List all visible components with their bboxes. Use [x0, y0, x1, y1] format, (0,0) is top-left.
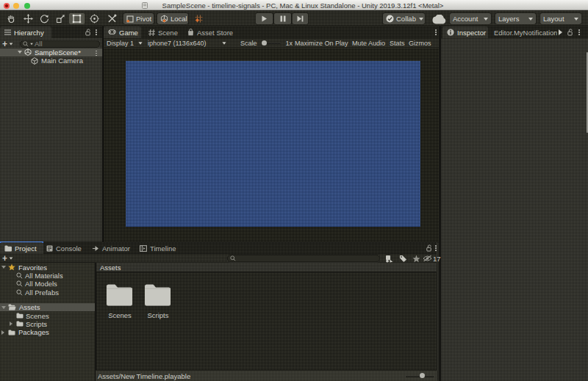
tree-row-all-prefabs[interactable]: All Prefabs — [0, 289, 95, 297]
tab-project-label: Project — [15, 244, 37, 253]
expander-down-icon[interactable] — [18, 51, 22, 54]
scale-slider-track[interactable] — [267, 43, 281, 44]
tab-inspector[interactable]: Inspector — [442, 26, 488, 38]
folder-icon — [16, 313, 24, 319]
cloud-icon[interactable] — [431, 15, 448, 24]
favorites-filter-icon[interactable] — [412, 255, 420, 263]
project-icon — [4, 245, 12, 252]
resolution-caret-icon — [223, 42, 226, 44]
animator-icon — [92, 245, 99, 252]
expander-right-icon[interactable] — [10, 322, 12, 326]
game-viewport[interactable] — [104, 48, 439, 242]
tree-row-all-models[interactable]: All Models — [0, 280, 95, 288]
local-toggle-button[interactable]: Local — [157, 13, 188, 24]
move-tool-button[interactable] — [21, 13, 36, 24]
tab-console[interactable]: Console — [42, 242, 82, 254]
tab-editor-notification[interactable]: Editor.MyNotification — [492, 26, 559, 38]
project-menu-icon[interactable] — [433, 243, 439, 253]
hierarchy-lock-icon[interactable] — [85, 29, 91, 36]
display-dropdown[interactable]: Display 1 — [107, 38, 143, 48]
assets-grid[interactable]: Scenes Scripts — [96, 272, 437, 370]
tab-scene[interactable]: Scene — [144, 26, 178, 38]
grid-snap-button[interactable] — [191, 13, 207, 24]
project-search-input[interactable] — [227, 255, 380, 262]
rect-tool-icon — [72, 14, 82, 23]
custom-tool-icon — [107, 14, 117, 23]
tree-row-packages[interactable]: Packages — [0, 328, 95, 336]
tree-row-scenes[interactable]: Scenes — [0, 311, 95, 319]
tab-console-label: Console — [56, 244, 82, 253]
tab-game[interactable]: Game — [104, 26, 141, 38]
scale-tool-button[interactable] — [53, 13, 68, 24]
scale-slider-knob[interactable] — [262, 40, 267, 46]
resolution-dropdown[interactable]: iphone7 (1136x640) — [148, 38, 226, 48]
inspector-lock-icon[interactable] — [567, 29, 573, 36]
hierarchy-icon — [4, 29, 11, 35]
tree-row-favorites[interactable]: Favorites — [0, 264, 95, 272]
game-tabbar: Game Scene Asset Store — [104, 26, 439, 38]
console-icon — [46, 245, 53, 252]
more-tabs-arrow-icon[interactable] — [559, 29, 562, 35]
pause-button[interactable] — [274, 13, 291, 24]
custom-tool-button[interactable] — [104, 13, 120, 24]
layout-dropdown[interactable]: Layout — [540, 13, 581, 24]
scale-slider[interactable]: Scale 1x — [240, 38, 293, 48]
hierarchy-menu-icon[interactable] — [93, 27, 99, 37]
layers-dropdown[interactable]: Layers — [495, 13, 536, 24]
hidden-packages-toggle[interactable]: 17 — [423, 254, 441, 263]
tab-asset-store[interactable]: Asset Store — [183, 26, 237, 38]
mute-label: Mute Audio — [352, 40, 385, 47]
maximize-on-play-button[interactable]: Maximize On Play — [295, 38, 348, 48]
tree-row-assets[interactable]: Assets — [0, 303, 95, 311]
hierarchy-search-input[interactable]: All — [20, 40, 100, 48]
tab-timeline[interactable]: Timeline — [135, 242, 178, 254]
step-button[interactable] — [293, 13, 308, 24]
inspector-scrollbar[interactable] — [587, 52, 588, 133]
tab-hierarchy[interactable]: Hierarchy — [0, 26, 51, 38]
transform-tool-button[interactable] — [87, 13, 102, 24]
hand-tool-button[interactable] — [4, 13, 19, 24]
tab-hierarchy-label: Hierarchy — [14, 29, 44, 37]
search-icon — [16, 280, 23, 287]
tab-project[interactable]: Project — [0, 242, 43, 254]
mute-audio-button[interactable]: Mute Audio — [352, 38, 385, 48]
folder-scripts-icon[interactable] — [144, 283, 171, 306]
expander-down-icon[interactable] — [1, 266, 6, 269]
search-icon — [230, 255, 236, 261]
hierarchy-add-button[interactable]: + — [2, 40, 13, 48]
icon-size-slider-knob[interactable] — [420, 373, 425, 378]
tab-animator[interactable]: Animator — [87, 242, 132, 254]
pivot-toggle-button[interactable]: Pivot — [123, 13, 154, 24]
inspector-menu-icon[interactable] — [576, 27, 582, 37]
tab-asset-store-label: Asset Store — [197, 29, 233, 37]
project-add-button[interactable]: + — [2, 254, 13, 263]
project-lock-icon[interactable] — [426, 244, 432, 252]
game-render-area[interactable] — [126, 61, 420, 227]
expander-down-icon[interactable] — [1, 306, 6, 309]
game-menu-icon[interactable] — [433, 27, 439, 37]
collab-button[interactable]: Collab — [383, 13, 425, 24]
project-tree: Favorites All Materials All Models All P… — [0, 263, 95, 381]
folder-scenes-icon[interactable] — [106, 283, 133, 306]
account-dropdown[interactable]: Account — [450, 13, 491, 24]
scene-icon — [148, 29, 155, 36]
rect-tool-button[interactable] — [69, 13, 85, 24]
tree-row-scripts[interactable]: Scripts — [0, 320, 95, 328]
folder-open-icon — [8, 304, 16, 311]
collab-label: Collab — [396, 15, 416, 23]
play-button[interactable] — [256, 13, 273, 24]
tree-row-all-materials[interactable]: All Materials — [0, 272, 95, 280]
asset-store-icon — [187, 29, 194, 36]
hierarchy-row-main-camera[interactable]: Main Camera — [0, 57, 102, 65]
hierarchy-panel: + All SampleScene* Main Camera — [0, 38, 102, 242]
expander-right-icon[interactable] — [1, 330, 4, 335]
hierarchy-item-label: SampleScene* — [35, 48, 81, 57]
stats-button[interactable]: Stats — [390, 38, 405, 48]
rotate-tool-button[interactable] — [37, 13, 52, 24]
hierarchy-row-samplescene[interactable]: SampleScene* — [0, 48, 102, 57]
search-by-type-icon[interactable] — [385, 255, 393, 263]
titlebar[interactable]: SampleScene - timeline-signals - PC, Mac… — [0, 0, 588, 10]
folder-scripts-label[interactable]: Scripts — [135, 311, 181, 319]
assets-breadcrumb[interactable]: Assets — [96, 263, 437, 272]
search-by-label-icon[interactable] — [399, 255, 407, 263]
